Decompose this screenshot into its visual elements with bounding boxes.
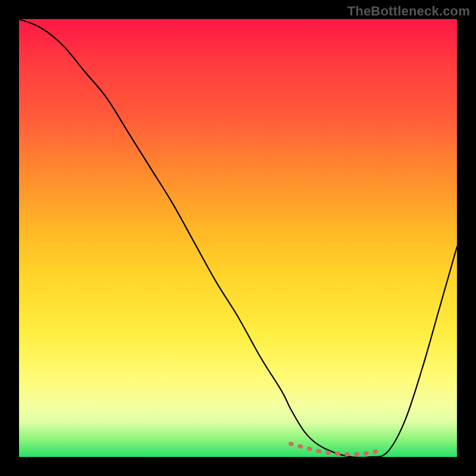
bottleneck-curve-svg [19,19,457,457]
bottleneck-curve [19,19,457,457]
optimal-range-dots [290,444,383,455]
plot-area [19,19,457,457]
watermark-text: TheBottleneck.com [347,4,470,19]
chart-frame: TheBottleneck.com [0,0,476,476]
